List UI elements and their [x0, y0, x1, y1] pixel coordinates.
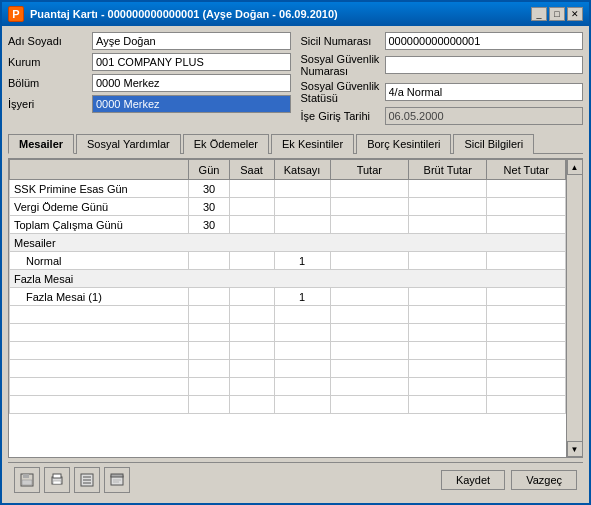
table-row-empty [10, 306, 566, 324]
scroll-track [567, 175, 582, 441]
isyeri-label: İşyeri [8, 98, 88, 110]
row-label: SSK Primine Esas Gün [10, 180, 189, 198]
kurum-input[interactable] [92, 53, 291, 71]
tab-sosyal-yardimlar[interactable]: Sosyal Yardımlar [76, 134, 181, 154]
table-row-section: Fazla Mesai [10, 270, 566, 288]
toolbar-buttons [14, 467, 130, 493]
sicil-label: Sicil Numarası [301, 35, 381, 47]
svg-rect-11 [111, 474, 123, 477]
col-header-brut: Brüt Tutar [409, 160, 487, 180]
col-header-saat: Saat [229, 160, 274, 180]
isyeri-input[interactable] [92, 95, 291, 113]
sgk-status-label: Sosyal Güvenlik Statüsü [301, 80, 381, 104]
sgk-input[interactable] [385, 56, 584, 74]
row-net [487, 180, 566, 198]
row-katsayi [274, 180, 330, 198]
tab-ek-kesintiler[interactable]: Ek Kesintiler [271, 134, 354, 154]
table-row: SSK Primine Esas Gün 30 [10, 180, 566, 198]
list-icon [80, 473, 94, 487]
export-tool-button[interactable] [104, 467, 130, 493]
kurum-row: Kurum [8, 53, 291, 71]
cancel-button[interactable]: Vazgeç [511, 470, 577, 490]
ise-giris-label: İşe Giriş Tarihi [301, 110, 381, 122]
sicil-row: Sicil Numarası [301, 32, 584, 50]
row-label: Toplam Çalışma Günü [10, 216, 189, 234]
row-saat [229, 180, 274, 198]
row-brut [409, 180, 487, 198]
maximize-button[interactable]: □ [549, 7, 565, 21]
row-katsayi-fazla: 1 [274, 288, 330, 306]
save-tool-button[interactable] [14, 467, 40, 493]
title-bar-left: P Puantaj Kartı - 000000000000001 (Ayşe … [8, 6, 338, 22]
minimize-button[interactable]: _ [531, 7, 547, 21]
list-tool-button[interactable] [74, 467, 100, 493]
print-icon [50, 473, 64, 487]
row-label-fazla-mesai: Fazla Mesai (1) [10, 288, 189, 306]
title-bar: P Puantaj Kartı - 000000000000001 (Ayşe … [2, 2, 589, 26]
data-table: Gün Saat Katsayı Tutar Brüt Tutar Net Tu… [9, 159, 566, 414]
bolum-row: Bölüm [8, 74, 291, 92]
col-header-label [10, 160, 189, 180]
scroll-down-button[interactable]: ▼ [567, 441, 583, 457]
table-row-section: Mesailer [10, 234, 566, 252]
tab-bar: Mesailer Sosyal Yardımlar Ek Ödemeler Ek… [8, 133, 583, 154]
adi-soyadi-label: Adı Soyadı [8, 35, 88, 47]
sgk-row: Sosyal Güvenlik Numarası [301, 53, 584, 77]
section-header-fazla-mesai: Fazla Mesai [10, 270, 566, 288]
table-row: Fazla Mesai (1) 1 [10, 288, 566, 306]
right-form-column: Sicil Numarası Sosyal Güvenlik Numarası … [301, 32, 584, 125]
main-window: P Puantaj Kartı - 000000000000001 (Ayşe … [0, 0, 591, 505]
col-header-net: Net Tutar [487, 160, 566, 180]
sgk-status-input[interactable] [385, 83, 584, 101]
tab-borc-kesintileri[interactable]: Borç Kesintileri [356, 134, 451, 154]
col-header-gun: Gün [189, 160, 229, 180]
row-label-normal: Normal [10, 252, 189, 270]
ise-giris-input [385, 107, 584, 125]
row-label: Vergi Ödeme Günü [10, 198, 189, 216]
svg-rect-2 [22, 480, 32, 485]
row-katsayi-normal: 1 [274, 252, 330, 270]
form-section: Adı Soyadı Kurum Bölüm İşyeri [8, 32, 583, 125]
close-button[interactable]: ✕ [567, 7, 583, 21]
adi-soyadi-input[interactable] [92, 32, 291, 50]
window-title: Puantaj Kartı - 000000000000001 (Ayşe Do… [30, 8, 338, 20]
table-row: Vergi Ödeme Günü 30 [10, 198, 566, 216]
svg-rect-5 [53, 481, 61, 484]
table-row: Normal 1 [10, 252, 566, 270]
title-buttons: _ □ ✕ [531, 7, 583, 21]
table-row-empty [10, 360, 566, 378]
adi-soyadi-row: Adı Soyadı [8, 32, 291, 50]
tab-mesailer[interactable]: Mesailer [8, 134, 74, 154]
svg-rect-1 [23, 474, 29, 478]
ise-giris-row: İşe Giriş Tarihi [301, 107, 584, 125]
content-area: Adı Soyadı Kurum Bölüm İşyeri [2, 26, 589, 503]
sgk-label: Sosyal Güvenlik Numarası [301, 53, 381, 77]
svg-rect-4 [53, 474, 61, 478]
tab-sicil-bilgileri[interactable]: Sicil Bilgileri [453, 134, 534, 154]
row-gun: 30 [189, 198, 229, 216]
save-icon [20, 473, 34, 487]
scrollbar[interactable]: ▲ ▼ [566, 159, 582, 457]
sicil-input[interactable] [385, 32, 584, 50]
action-buttons: Kaydet Vazgeç [441, 470, 577, 490]
app-icon: P [8, 6, 24, 22]
row-gun: 30 [189, 180, 229, 198]
left-form-column: Adı Soyadı Kurum Bölüm İşyeri [8, 32, 291, 125]
table-row-empty [10, 342, 566, 360]
row-tutar [330, 180, 408, 198]
kurum-label: Kurum [8, 56, 88, 68]
save-button[interactable]: Kaydet [441, 470, 505, 490]
section-header-mesailer: Mesailer [10, 234, 566, 252]
data-table-container: Gün Saat Katsayı Tutar Brüt Tutar Net Tu… [8, 158, 583, 458]
bolum-input[interactable] [92, 74, 291, 92]
bolum-label: Bölüm [8, 77, 88, 89]
tab-ek-odemeler[interactable]: Ek Ödemeler [183, 134, 269, 154]
table-row: Toplam Çalışma Günü 30 [10, 216, 566, 234]
table-row-empty [10, 396, 566, 414]
print-tool-button[interactable] [44, 467, 70, 493]
bottom-bar: Kaydet Vazgeç [8, 462, 583, 497]
isyeri-row: İşyeri [8, 95, 291, 113]
scroll-up-button[interactable]: ▲ [567, 159, 583, 175]
export-icon [110, 473, 124, 487]
table-row-empty [10, 378, 566, 396]
